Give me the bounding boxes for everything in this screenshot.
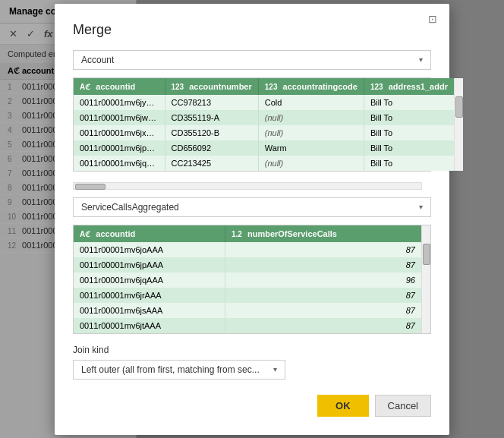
cell-rating: (null): [258, 110, 364, 125]
first-data-table: Aℭ accountid 123 accountnumber 123 accou…: [74, 78, 454, 171]
cell-accountnumber: CC213425: [165, 156, 258, 171]
second-data-table: Aℭ accountid 1.2 numberOfServiceCalls 00…: [74, 225, 421, 333]
second-scrollbar-thumb[interactable]: [423, 244, 430, 265]
first-table-container: Aℭ accountid 123 accountnumber 123 accou…: [73, 77, 431, 172]
second-table-scrollbar[interactable]: [421, 225, 430, 333]
cell-rating: (null): [258, 156, 364, 171]
cell2-accountid: 0011r00001mv6jrAAA: [74, 288, 225, 303]
dialog-icon: ⊡: [428, 13, 437, 25]
modal-title: Merge: [73, 22, 431, 38]
cell2-count: 87: [225, 257, 422, 273]
table-row: 0011r00001mv6jpAAA 87: [74, 257, 421, 273]
cell2-count: 87: [225, 242, 422, 257]
cell-accountnumber: CC978213: [165, 95, 258, 110]
cell2-accountid: 0011r00001mv6joAAA: [74, 242, 225, 257]
table-row: 0011r00001mv6joAAA 87: [74, 242, 421, 257]
cell-address: Bill To: [364, 110, 454, 125]
ok-button[interactable]: OK: [317, 395, 369, 417]
cell-accountnumber: CD355119-A: [165, 110, 258, 125]
cell2-count: 87: [225, 288, 422, 303]
join-kind-arrow: ▾: [273, 365, 277, 373]
modal-footer: OK Cancel: [73, 395, 431, 417]
cancel-button[interactable]: Cancel: [375, 395, 431, 417]
table-row: 0011r00001mv6jwAAA CD355119-A (null) Bil…: [74, 110, 454, 125]
col2-accountid[interactable]: Aℭ accountid: [74, 225, 225, 242]
first-scrollbar-thumb[interactable]: [455, 96, 463, 118]
first-table-hscroll: [73, 182, 431, 190]
join-kind-dropdown[interactable]: Left outer (all from first, matching fro…: [73, 360, 285, 380]
cell2-count: 96: [225, 273, 422, 288]
cell-rating: (null): [258, 125, 364, 140]
second-table-container: Aℭ accountid 1.2 numberOfServiceCalls 00…: [73, 225, 431, 334]
cell-address: Bill To: [364, 156, 454, 171]
modal-overlay: Merge ⊡ Account ▾ Aℭ accountid 123 accou…: [0, 0, 504, 438]
first-dropdown-arrow: ▾: [419, 55, 423, 64]
cell2-count: 87: [225, 303, 422, 318]
table-row: 0011r00001mv6jqAAA 96: [74, 273, 421, 288]
table-row: 0011r00001mv6jpAAA CD656092 Warm Bill To: [74, 140, 454, 156]
h-scroll-track[interactable]: [73, 182, 422, 190]
cell-accountid: 0011r00001mv6jxAAA: [74, 125, 165, 140]
cell-address: Bill To: [364, 140, 454, 156]
col-accountnumber[interactable]: 123 accountnumber: [165, 78, 258, 95]
col-accountratingcode[interactable]: 123 accountratingcode: [258, 78, 364, 95]
first-table-dropdown[interactable]: Account ▾: [73, 50, 431, 70]
second-table-dropdown[interactable]: ServiceCallsAggregated ▾: [73, 197, 431, 217]
cell-rating: Cold: [258, 95, 364, 110]
join-kind-value: Left outer (all from first, matching fro…: [81, 364, 260, 375]
col-address1[interactable]: 123 address1_addr: [364, 78, 454, 95]
cell2-accountid: 0011r00001mv6jqAAA: [74, 273, 225, 288]
cell-accountid: 0011r00001mv6jyAAA: [74, 95, 165, 110]
first-dropdown-value: Account: [81, 55, 114, 65]
join-kind-label: Join kind: [73, 345, 431, 355]
cell2-count: 87: [225, 318, 422, 333]
col2-servicecount[interactable]: 1.2 numberOfServiceCalls: [225, 225, 422, 242]
table-row: 0011r00001mv6jyAAA CC978213 Cold Bill To: [74, 95, 454, 110]
cell-accountid: 0011r00001mv6jqAAA: [74, 156, 165, 171]
col-accountid[interactable]: Aℭ accountid: [74, 78, 165, 95]
table-row: 0011r00001mv6jrAAA 87: [74, 288, 421, 303]
second-dropdown-value: ServiceCallsAggregated: [81, 202, 179, 213]
table-row: 0011r00001mv6jqAAA CC213425 (null) Bill …: [74, 156, 454, 171]
second-dropdown-arrow: ▾: [419, 203, 423, 211]
cell-accountnumber: CD355120-B: [165, 125, 258, 140]
h-scroll-thumb[interactable]: [75, 184, 106, 190]
cell2-accountid: 0011r00001mv6jtAAA: [74, 318, 225, 333]
cell2-accountid: 0011r00001mv6jpAAA: [74, 257, 225, 273]
first-table-scrollbar[interactable]: [454, 78, 463, 171]
cell-address: Bill To: [364, 125, 454, 140]
cell-accountnumber: CD656092: [165, 140, 258, 156]
merge-dialog: Merge ⊡ Account ▾ Aℭ accountid 123 accou…: [55, 4, 449, 435]
cell-accountid: 0011r00001mv6jpAAA: [74, 140, 165, 156]
table-row: 0011r00001mv6jxAAA CD355120-B (null) Bil…: [74, 125, 454, 140]
cell-accountid: 0011r00001mv6jwAAA: [74, 110, 165, 125]
table-row: 0011r00001mv6jtAAA 87: [74, 318, 421, 333]
table-row: 0011r00001mv6jsAAA 87: [74, 303, 421, 318]
cell-address: Bill To: [364, 95, 454, 110]
cell-rating: Warm: [258, 140, 364, 156]
cell2-accountid: 0011r00001mv6jsAAA: [74, 303, 225, 318]
